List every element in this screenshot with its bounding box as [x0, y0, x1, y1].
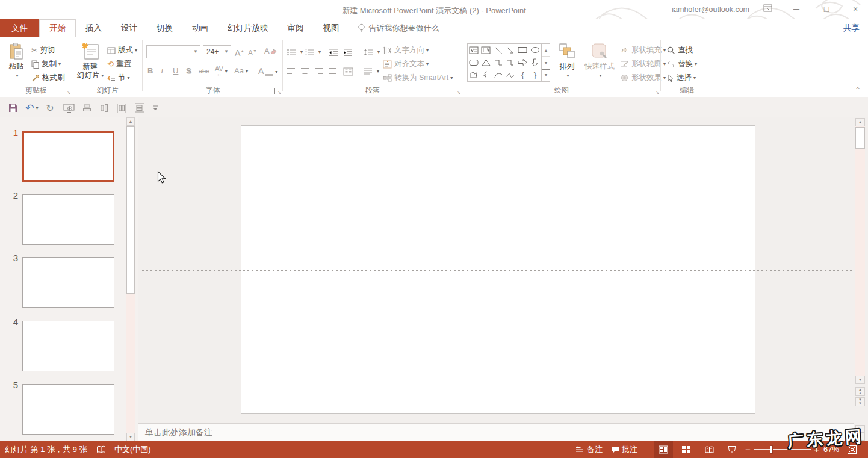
next-slide-button[interactable]: ▼▼ — [855, 397, 865, 406]
maximize-icon[interactable]: □ — [816, 1, 837, 17]
shrink-font-button[interactable]: A▼ — [248, 45, 257, 58]
cut-button[interactable]: ✂剪切 — [31, 43, 55, 57]
drawing-dialog-launcher[interactable] — [653, 88, 659, 94]
line-spacing-button[interactable] — [364, 45, 380, 58]
shape-arrow-icon[interactable] — [504, 44, 516, 57]
align-center-button[interactable] — [300, 64, 312, 78]
ribbon-display-options-icon[interactable] — [757, 1, 778, 17]
shape-elbow-arrow-connector-icon[interactable] — [504, 57, 516, 69]
tab-transitions[interactable]: 切换 — [147, 19, 182, 37]
tab-slideshow[interactable]: 幻灯片放映 — [218, 19, 278, 37]
view-reading-button[interactable] — [699, 441, 719, 458]
status-language[interactable]: 中文(中国) — [114, 441, 151, 458]
character-spacing-button[interactable]: AV↔ — [215, 64, 228, 78]
slide-thumbnail[interactable] — [22, 321, 114, 371]
distribute-horizontal-icon[interactable] — [114, 101, 129, 115]
shape-rectangle-icon[interactable] — [516, 44, 529, 57]
strikethrough-button[interactable]: abc — [199, 64, 209, 78]
thumbnail-scroll-up-icon[interactable]: ▲ — [126, 117, 135, 126]
shapes-scroll-up-icon[interactable]: ▲ — [542, 44, 550, 57]
font-name-combo[interactable]: ▼ — [146, 45, 200, 58]
editor-scrollbar-track[interactable] — [855, 126, 865, 376]
decrease-indent-button[interactable] — [329, 45, 341, 58]
shape-scribble-icon[interactable] — [480, 69, 492, 81]
shape-oval-icon[interactable] — [529, 44, 541, 57]
horizontal-guide[interactable] — [142, 270, 854, 271]
tab-animations[interactable]: 动画 — [182, 19, 218, 37]
italic-button[interactable]: I — [161, 64, 163, 78]
editor-scroll-down-icon[interactable]: ▼ — [855, 376, 865, 384]
bullets-button[interactable] — [287, 45, 303, 58]
thumbnail-scrollbar-thumb[interactable] — [126, 126, 135, 294]
distribute-vertical-icon[interactable] — [132, 101, 146, 115]
account-email[interactable]: iamhofer@outlook.com — [672, 5, 749, 14]
shape-rounded-rectangle-icon[interactable] — [468, 57, 480, 69]
font-size-combo[interactable]: 24+▼ — [203, 45, 231, 58]
slide-thumbnail[interactable] — [22, 257, 114, 308]
tab-view[interactable]: 视图 — [314, 19, 349, 37]
reset-button[interactable]: ⟲重置 — [107, 57, 131, 70]
shape-line-icon[interactable] — [492, 44, 504, 57]
chevron-down-icon[interactable]: ▼ — [191, 46, 200, 58]
notes-toggle-icon[interactable] — [573, 441, 585, 458]
tab-design[interactable]: 设计 — [111, 19, 147, 37]
align-text-button[interactable]: 对齐文本 — [383, 57, 429, 70]
tab-file[interactable]: 文件 — [0, 19, 39, 37]
zoom-slider-thumb[interactable] — [770, 445, 773, 454]
shape-right-arrow-icon[interactable] — [516, 57, 529, 69]
shape-right-brace-icon[interactable]: } — [529, 69, 541, 81]
minimize-icon[interactable]: ─ — [786, 1, 807, 17]
bold-button[interactable]: B — [147, 64, 153, 78]
underline-button[interactable]: U — [173, 64, 178, 78]
align-objects-center-icon[interactable] — [79, 101, 94, 115]
slide-thumbnail[interactable] — [22, 384, 114, 435]
tell-me-box[interactable]: 告诉我你想要做什么 — [358, 19, 439, 37]
shape-arc-icon[interactable] — [492, 69, 504, 81]
notes-toggle-label[interactable]: 备注 — [587, 441, 603, 458]
redo-button[interactable]: ↻ — [43, 101, 57, 115]
spellcheck-icon[interactable] — [94, 441, 108, 458]
align-right-button[interactable] — [314, 64, 326, 78]
notes-pane[interactable]: 单击此处添加备注 — [138, 423, 854, 441]
paragraph-dialog-launcher[interactable] — [454, 88, 460, 94]
tab-insert[interactable]: 插入 — [76, 19, 111, 37]
font-color-button[interactable]: A — [258, 64, 277, 78]
section-button[interactable]: 节 — [107, 71, 130, 84]
collapse-ribbon-icon[interactable]: ⌃ — [855, 86, 861, 94]
share-button[interactable]: 共享 — [843, 19, 860, 37]
chevron-down-icon[interactable]: ▼ — [222, 46, 231, 58]
undo-button[interactable]: ↶ — [23, 101, 41, 115]
shape-down-arrow-icon[interactable] — [529, 57, 541, 69]
layout-button[interactable]: 版式 — [107, 43, 137, 57]
tab-review[interactable]: 审阅 — [278, 19, 314, 37]
zoom-out-button[interactable]: − — [745, 441, 751, 458]
justify-button[interactable] — [328, 64, 339, 78]
view-normal-button[interactable] — [654, 441, 673, 458]
align-left-button[interactable] — [287, 64, 298, 78]
font-dialog-launcher[interactable] — [274, 88, 281, 94]
paste-button[interactable]: 粘贴 — [4, 40, 29, 80]
comments-toggle-icon[interactable] — [609, 441, 621, 458]
shape-effects-button[interactable]: 形状效果 — [620, 71, 666, 84]
view-slide-sorter-button[interactable] — [677, 441, 696, 458]
text-shadow-button[interactable]: S — [186, 64, 191, 78]
save-button[interactable] — [6, 101, 19, 115]
status-slide-indicator[interactable]: 幻灯片 第 1 张，共 9 张 — [5, 441, 87, 458]
convert-smartart-button[interactable]: 转换为 SmartArt — [383, 71, 453, 84]
clear-formatting-button[interactable]: A — [264, 45, 277, 58]
numbering-button[interactable] — [305, 45, 321, 58]
quick-styles-button[interactable]: 快速样式 — [583, 40, 616, 80]
grow-font-button[interactable]: A▲ — [235, 45, 244, 58]
shape-outline-button[interactable]: 形状轮廓 — [620, 57, 666, 70]
shape-elbow-connector-icon[interactable] — [492, 57, 504, 69]
text-direction-button[interactable]: 文字方向 — [383, 43, 429, 57]
shape-freeform-icon[interactable] — [468, 69, 480, 81]
comments-toggle-label[interactable]: 批注 — [622, 441, 637, 458]
slide-thumbnail[interactable] — [22, 194, 114, 245]
format-painter-button[interactable]: 格式刷 — [31, 71, 65, 84]
shape-left-brace-icon[interactable]: { — [516, 69, 529, 81]
copy-button[interactable]: 复制 — [31, 57, 61, 70]
replace-button[interactable]: 替换 — [667, 57, 697, 70]
change-case-button[interactable]: Aa — [234, 64, 248, 78]
arrange-button[interactable]: 排列 — [554, 40, 580, 80]
